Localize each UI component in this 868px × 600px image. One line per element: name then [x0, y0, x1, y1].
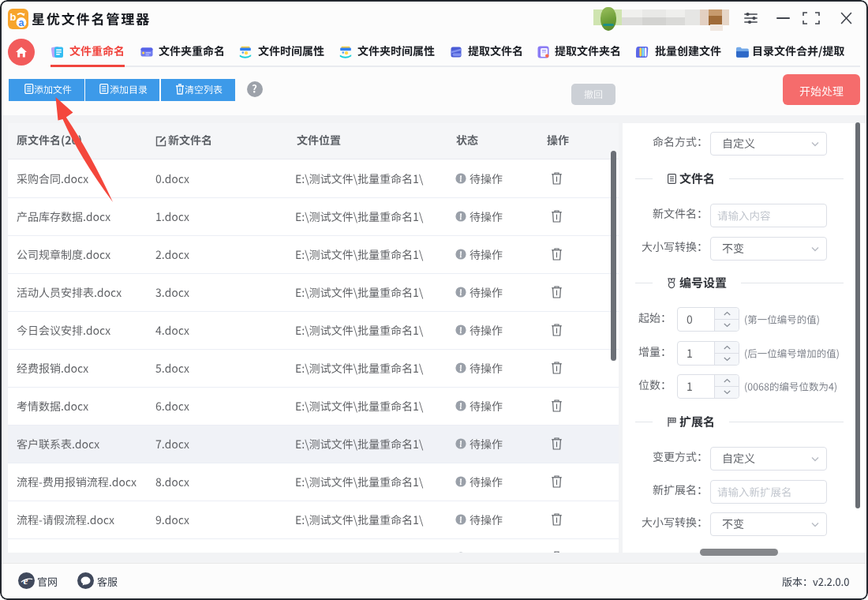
svg-text:a: a — [18, 17, 24, 28]
svg-text:b: b — [10, 11, 17, 23]
